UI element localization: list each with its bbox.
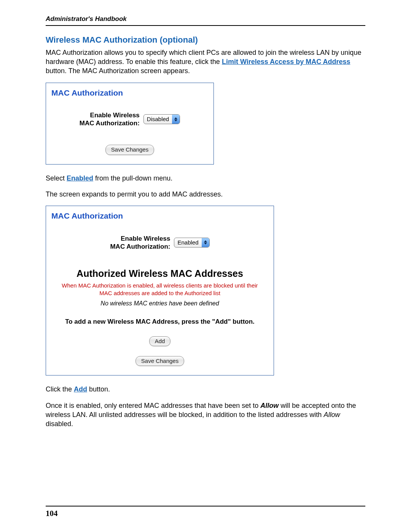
enable-mac-label: Enable Wireless MAC Authorization: [110,235,170,251]
screen-expands-text: The screen expands to permit you to add … [46,190,365,199]
enable-mac-label: Enable Wireless MAC Authorization: [80,111,140,128]
limit-wireless-link[interactable]: Limit Wireless Access by MAC Address [222,58,350,66]
enable-mac-row: Enable Wireless MAC Authorization: Enabl… [51,235,268,251]
panel-title: MAC Authorization [51,211,268,221]
mac-auth-warning: When MAC Authorization is enabled, all w… [56,282,264,297]
no-entries-message: No wireless MAC entries have been define… [51,299,268,308]
enabled-link[interactable]: Enabled [67,174,93,182]
add-button[interactable]: Add [149,336,171,346]
click-text-after: button. [89,385,110,393]
page-footer: 104 [46,506,365,518]
select-text-before: Select [46,174,67,182]
enable-mac-label-line1: Enable Wireless [90,112,140,119]
final-text-1: Once it is enabled, only entered MAC add… [46,402,260,409]
final-paragraph: Once it is enabled, only entered MAC add… [46,401,365,429]
enable-mac-dropdown[interactable]: Disabled [143,114,180,124]
authorized-addresses-heading: Authorized Wireless MAC Addresses [51,267,268,280]
add-instruction-text: To add a new Wireless MAC Address, press… [51,318,268,326]
footer-divider [46,506,365,506]
enable-mac-label-line2: MAC Authorization: [110,243,170,250]
click-add-paragraph: Click the Add button. [46,385,365,394]
save-changes-button[interactable]: Save Changes [105,145,154,155]
allow-bold-italic: Allow [260,402,279,409]
dropdown-value: Enabled [174,238,201,247]
allow-italic: Allow [323,411,340,419]
save-changes-button[interactable]: Save Changes [135,356,184,366]
enable-mac-label-line1: Enable Wireless [121,235,170,242]
mac-auth-panel-enabled: MAC Authorization Enable Wireless MAC Au… [46,206,274,375]
intro-paragraph: MAC Authorization allows you to specify … [46,48,365,76]
select-enabled-paragraph: Select Enabled from the pull-down menu. [46,174,365,183]
mac-auth-panel-disabled: MAC Authorization Enable Wireless MAC Au… [46,83,214,165]
panel-title: MAC Authorization [51,88,208,98]
add-link[interactable]: Add [74,385,87,393]
select-text-after: from the pull-down menu. [95,174,172,182]
enable-mac-row: Enable Wireless MAC Authorization: Disab… [51,111,208,128]
click-text-before: Click the [46,385,74,393]
dropdown-arrow-icon [202,238,209,247]
book-title: Administrator's Handbook [46,15,365,23]
intro-text-after: button. The MAC Authorization screen app… [46,67,190,75]
dropdown-arrow-icon [172,115,180,124]
final-text-3: disabled. [46,420,73,428]
enable-mac-label-line2: MAC Authorization: [80,120,140,127]
dropdown-value: Disabled [144,115,172,124]
page-number: 104 [46,509,365,518]
section-heading: Wireless MAC Authorization (optional) [46,34,365,46]
enable-mac-dropdown[interactable]: Enabled [174,238,209,248]
